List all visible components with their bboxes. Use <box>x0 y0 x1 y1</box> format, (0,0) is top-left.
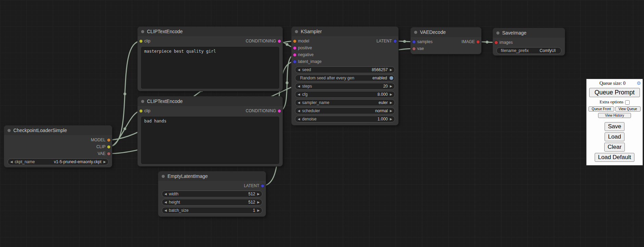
widget-width[interactable]: ◀▶width512 <box>162 191 262 197</box>
node-title-bar[interactable]: VAEDecode <box>411 27 481 37</box>
node-cliptextencode[interactable]: CLIPTextEncodeclipCONDITIONINGmasterpiec… <box>138 27 283 91</box>
node-title-bar[interactable]: SaveImage <box>493 28 565 38</box>
slot-row: samplesIMAGE <box>411 38 481 45</box>
extra-options-checkbox[interactable] <box>625 100 630 105</box>
decrement-arrow-icon[interactable]: ◀ <box>298 118 300 121</box>
slot-row: VAE <box>4 150 112 157</box>
slot-row: clipCONDITIONING <box>138 38 283 44</box>
slot-row: images <box>493 39 565 46</box>
increment-arrow-icon[interactable]: ▶ <box>257 193 260 196</box>
node-ksampler[interactable]: KSamplermodelLATENTpositivenegativelaten… <box>292 27 398 125</box>
widget-sampler-name[interactable]: ◀▶sampler_nameeuler <box>295 99 395 106</box>
input-slot-images[interactable] <box>495 41 498 44</box>
clear-button[interactable]: Clear <box>604 143 625 152</box>
output-slot-conditioning[interactable] <box>278 109 281 113</box>
increment-arrow-icon[interactable]: ▶ <box>390 85 392 88</box>
increment-arrow-icon[interactable]: ▶ <box>390 118 392 121</box>
node-title-bar[interactable]: CLIPTextEncode <box>138 27 283 36</box>
collapse-dot-icon[interactable] <box>141 100 144 103</box>
slot-row: positive <box>292 44 398 51</box>
node-title-bar[interactable]: CLIPTextEncode <box>138 96 283 106</box>
widget-ckpt-name[interactable]: ◀▶ckpt_namev1-5-pruned-emaonly.ckpt <box>8 158 109 165</box>
widget-value: 8566257 <box>372 67 388 72</box>
view-queue-button[interactable]: View Queue <box>615 106 641 112</box>
settings-gear-icon[interactable]: ⚙ <box>636 80 641 86</box>
output-slot-latent[interactable] <box>261 184 264 187</box>
queue-size-label: Queue size: 0 <box>599 81 626 86</box>
node-title-bar[interactable]: CheckpointLoaderSimple <box>4 126 112 135</box>
increment-arrow-icon[interactable]: ▶ <box>390 101 392 104</box>
node-title-bar[interactable]: KSampler <box>292 27 398 36</box>
output-slot-conditioning[interactable] <box>278 40 281 43</box>
prompt-textarea[interactable]: masterpiece best quality girl <box>141 47 279 89</box>
input-slot-clip[interactable] <box>139 40 143 43</box>
widget-filename-prefix[interactable]: filename_prefixComfyUI <box>496 47 561 54</box>
input-slot-positive[interactable] <box>293 47 296 50</box>
increment-arrow-icon[interactable]: ▶ <box>390 109 392 113</box>
decrement-arrow-icon[interactable]: ◀ <box>298 101 300 104</box>
increment-arrow-icon[interactable]: ▶ <box>257 209 260 212</box>
widget-height[interactable]: ◀▶height512 <box>162 199 262 206</box>
output-slot-clip[interactable] <box>107 145 110 148</box>
queue-prompt-button[interactable]: Queue Prompt <box>589 88 640 97</box>
increment-arrow-icon[interactable]: ▶ <box>257 201 260 204</box>
decrement-arrow-icon[interactable]: ◀ <box>298 85 300 88</box>
slots-area: LATENT <box>158 181 266 189</box>
decrement-arrow-icon[interactable]: ◀ <box>164 193 167 196</box>
load-button[interactable]: Load <box>605 132 624 141</box>
output-slot-image[interactable] <box>476 40 480 43</box>
collapse-dot-icon[interactable] <box>295 30 298 33</box>
view-history-button[interactable]: View History <box>598 113 631 118</box>
decrement-arrow-icon[interactable]: ◀ <box>164 209 167 212</box>
increment-arrow-icon[interactable]: ▶ <box>390 93 392 96</box>
queue-buttons-row: Queue Front View Queue <box>589 106 641 112</box>
node-title-bar[interactable]: EmptyLatentImage <box>158 171 266 181</box>
decrement-arrow-icon[interactable]: ◀ <box>298 109 300 113</box>
collapse-dot-icon[interactable] <box>496 31 499 35</box>
toggle-dot[interactable] <box>389 76 393 80</box>
input-slot-clip[interactable] <box>139 109 143 113</box>
widget-value: euler <box>379 100 388 105</box>
collapse-dot-icon[interactable] <box>8 129 11 132</box>
collapse-dot-icon[interactable] <box>141 30 144 33</box>
widget-seed[interactable]: ◀▶seed8566257 <box>295 66 395 73</box>
node-vaedecode[interactable]: VAEDecodesamplesIMAGEvae <box>411 27 481 54</box>
widget-batch-size[interactable]: ◀▶batch_size1 <box>162 207 262 214</box>
output-slot-vae[interactable] <box>107 152 110 155</box>
widget-steps[interactable]: ◀▶steps20 <box>295 83 395 90</box>
widget-random-seed-after-every-gen[interactable]: Random seed after every genenabled <box>295 75 395 81</box>
prompt-textarea[interactable]: bad hands <box>141 117 279 164</box>
slot-row: latent_image <box>292 58 398 65</box>
slots-area: modelLATENTpositivenegativelatent_image <box>292 36 398 65</box>
widget-value: 512 <box>248 200 255 205</box>
input-slot-samples[interactable] <box>412 40 416 43</box>
output-slot-model[interactable] <box>107 139 110 142</box>
widget-label: sampler_name <box>302 100 329 105</box>
widget-denoise[interactable]: ◀▶denoise1.000 <box>295 116 395 122</box>
graph-canvas[interactable]: CheckpointLoaderSimpleMODELCLIPVAE◀▶ckpt… <box>0 0 644 247</box>
widget-scheduler[interactable]: ◀▶schedulernormal <box>295 107 395 114</box>
decrement-arrow-icon[interactable]: ◀ <box>298 93 300 96</box>
node-title-label: SaveImage <box>502 30 527 36</box>
collapse-dot-icon[interactable] <box>414 31 417 34</box>
save-button[interactable]: Save <box>605 122 625 131</box>
node-saveimage[interactable]: SaveImageimagesfilename_prefixComfyUI <box>493 28 565 55</box>
decrement-arrow-icon[interactable]: ◀ <box>298 68 300 72</box>
slot-row: clipCONDITIONING <box>138 107 283 114</box>
decrement-arrow-icon[interactable]: ◀ <box>164 201 167 204</box>
increment-arrow-icon[interactable]: ▶ <box>390 68 392 72</box>
queue-front-button[interactable]: Queue Front <box>589 106 614 112</box>
input-slot-model[interactable] <box>293 40 296 43</box>
node-checkpointloadersimple[interactable]: CheckpointLoaderSimpleMODELCLIPVAE◀▶ckpt… <box>4 126 112 167</box>
load-default-button[interactable]: Load Default <box>595 153 634 162</box>
increment-arrow-icon[interactable]: ▶ <box>103 160 106 164</box>
decrement-arrow-icon[interactable]: ◀ <box>10 160 13 164</box>
node-emptylatentimage[interactable]: EmptyLatentImageLATENT◀▶width512◀▶height… <box>158 171 266 217</box>
input-slot-negative[interactable] <box>293 53 296 56</box>
input-slot-vae[interactable] <box>412 47 416 50</box>
collapse-dot-icon[interactable] <box>162 175 165 178</box>
widget-cfg[interactable]: ◀▶cfg8.000 <box>295 91 395 98</box>
input-slot-latent-image[interactable] <box>293 60 296 63</box>
node-cliptextencode[interactable]: CLIPTextEncodeclipCONDITIONINGbad hands <box>138 96 283 166</box>
output-slot-latent[interactable] <box>394 40 397 43</box>
